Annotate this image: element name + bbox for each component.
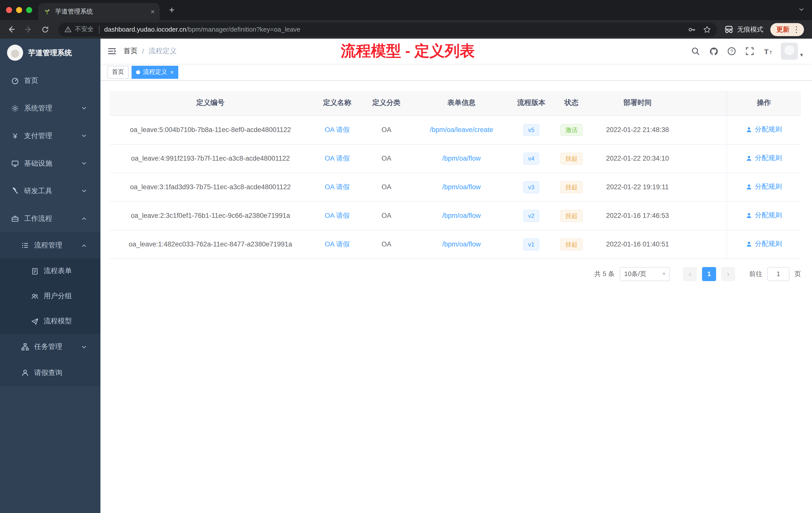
version-badge: v3	[523, 181, 539, 193]
sidebar-item-process-form[interactable]: 流程表单	[0, 259, 100, 283]
sidebar-item-payment-management[interactable]: ¥ 支付管理	[0, 122, 100, 150]
col-process-version: 流程版本	[513, 91, 549, 116]
minimize-window-button[interactable]	[16, 7, 22, 13]
sidebar-item-label: 工作流程	[24, 214, 52, 223]
sidebar-item-label: 用户分组	[44, 292, 72, 301]
cell-category: OA	[363, 201, 410, 230]
sidebar-item-label: 首页	[24, 76, 38, 85]
breadcrumb: 首页 / 流程定义	[123, 47, 177, 56]
user-icon	[746, 155, 753, 162]
form-info-link[interactable]: /bpm/oa/flow	[442, 212, 481, 219]
form-info-link[interactable]: /bpm/oa/flow	[442, 183, 481, 191]
sidebar-item-home[interactable]: 首页	[0, 67, 100, 94]
tab-close-icon[interactable]: ×	[151, 8, 155, 15]
col-actions: 操作	[727, 91, 801, 116]
font-size-icon[interactable]	[763, 46, 773, 56]
chrome-update-button[interactable]: 更新 ⋮	[770, 23, 804, 36]
table-row: oa_leave:5:004b710b-7b8a-11ec-8ef0-acde4…	[110, 116, 801, 144]
cell-deploy-time: 2022-01-22 20:34:10	[593, 144, 682, 173]
page-size-select[interactable]: 10条/页 ▾	[620, 267, 670, 281]
caret-down-icon: ▾	[800, 52, 803, 58]
process-management-icon	[21, 241, 29, 249]
form-info-link[interactable]: /bpm/oa/flow	[442, 240, 481, 248]
browser-tab[interactable]: 芋道管理系统 ×	[38, 3, 160, 20]
breadcrumb-home[interactable]: 首页	[123, 47, 138, 56]
sidebar-item-leave-query[interactable]: 请假查询	[0, 360, 100, 386]
user-icon	[746, 126, 753, 133]
sidebar-item-infrastructure[interactable]: 基础设施	[0, 150, 100, 177]
tab-search-chevron-icon[interactable]	[798, 6, 805, 13]
form-info-link[interactable]: /bpm/oa/leave/create	[430, 126, 493, 133]
forward-button[interactable]	[22, 23, 34, 35]
sidebar-toggle-button[interactable]	[100, 39, 123, 64]
col-status: 状态	[549, 91, 593, 116]
definition-name-link[interactable]: OA 请假	[325, 154, 349, 162]
page-size-label: 10条/页	[624, 269, 646, 278]
col-form-info: 表单信息	[410, 91, 513, 116]
pager-page-button[interactable]: 1	[702, 267, 716, 281]
sidebar-logo[interactable]: 芋道管理系统	[0, 39, 100, 67]
incognito-label: 无痕模式	[737, 25, 763, 34]
site-favicon	[43, 7, 51, 16]
maximize-window-button[interactable]	[26, 7, 32, 13]
chevron-down-icon	[81, 105, 87, 112]
assign-rule-link[interactable]: 分配规则	[746, 211, 782, 220]
cell-definition-id: oa_leave:5:004b710b-7b8a-11ec-8ef0-acde4…	[110, 116, 311, 144]
sidebar-item-process-management[interactable]: 流程管理	[0, 233, 100, 259]
help-icon[interactable]	[727, 46, 737, 56]
definition-name-link[interactable]: OA 请假	[325, 126, 349, 133]
version-badge: v4	[523, 152, 539, 164]
workflow-icon	[11, 215, 19, 222]
assign-rule-link[interactable]: 分配规则	[746, 182, 782, 191]
goto-page-input[interactable]	[767, 267, 789, 281]
status-badge: 挂起	[560, 152, 582, 164]
definition-name-link[interactable]: OA 请假	[325, 212, 349, 219]
table-row: oa_leave:2:3c1f0ef1-76b1-11ec-9c66-a2380…	[110, 201, 801, 230]
sidebar-item-label: 流程管理	[34, 241, 62, 250]
browser-tab-strip: 芋道管理系统 × +	[0, 0, 812, 20]
tag-home[interactable]: 首页	[108, 65, 128, 79]
cell-category: OA	[363, 116, 410, 144]
user-avatar-menu[interactable]: ▾	[781, 43, 803, 60]
form-info-link[interactable]: /bpm/oa/flow	[442, 155, 481, 162]
github-icon[interactable]	[709, 46, 719, 56]
tag-process-definition[interactable]: 流程定义 ×	[132, 65, 178, 79]
assign-rule-link[interactable]: 分配规则	[746, 154, 782, 163]
sidebar-item-dev-tools[interactable]: 研发工具	[0, 177, 100, 205]
page-content: 定义编号 定义名称 定义分类 表单信息 流程版本 状态 部署时间 操作	[100, 81, 812, 513]
pager-next-button[interactable]: ›	[721, 267, 735, 281]
assign-rule-link[interactable]: 分配规则	[746, 125, 782, 134]
assign-rule-link[interactable]: 分配规则	[746, 240, 782, 249]
close-window-button[interactable]	[6, 7, 12, 13]
cell-definition-id: oa_leave:4:991f2193-7b7f-11ec-a3c8-acde4…	[110, 144, 311, 173]
sidebar-item-task-management[interactable]: 任务管理	[0, 334, 100, 360]
back-button[interactable]	[5, 23, 17, 35]
search-icon[interactable]	[691, 46, 701, 56]
incognito-badge: 无痕模式	[724, 25, 763, 34]
reload-button[interactable]	[39, 23, 51, 35]
new-tab-button[interactable]: +	[166, 4, 178, 16]
tag-close-icon[interactable]: ×	[170, 69, 174, 75]
definition-name-link[interactable]: OA 请假	[325, 183, 349, 190]
cell-category: OA	[363, 173, 410, 201]
chevron-down-icon	[81, 132, 87, 139]
sidebar-item-process-model[interactable]: 流程模型	[0, 309, 100, 334]
sidebar-item-workflow[interactable]: 工作流程	[0, 205, 100, 233]
browser-menu-dots-icon[interactable]: ⋮	[792, 25, 801, 34]
pager-prev-button[interactable]: ‹	[683, 267, 697, 281]
sidebar-item-label: 流程表单	[44, 267, 72, 276]
security-label[interactable]: 不安全	[75, 25, 94, 34]
version-badge: v5	[523, 124, 539, 136]
sidebar-item-system-management[interactable]: 系统管理	[0, 94, 100, 122]
cell-deploy-time: 2022-01-16 17:46:53	[593, 201, 682, 230]
sidebar-item-label: 流程模型	[44, 317, 72, 326]
sidebar-item-user-group[interactable]: 用户分组	[0, 283, 100, 309]
definition-name-link[interactable]: OA 请假	[325, 240, 349, 248]
table-row: oa_leave:4:991f2193-7b7f-11ec-a3c8-acde4…	[110, 144, 801, 173]
bookmark-star-icon[interactable]	[703, 25, 711, 33]
url-bar[interactable]: 不安全 dashboard.yudao.iocoder.cn /bpm/mana…	[58, 22, 717, 36]
annotation-overlay: 流程模型 - 定义列表	[341, 41, 474, 61]
password-key-icon[interactable]	[688, 25, 696, 33]
fullscreen-icon[interactable]	[745, 46, 755, 56]
user-icon	[746, 212, 753, 219]
